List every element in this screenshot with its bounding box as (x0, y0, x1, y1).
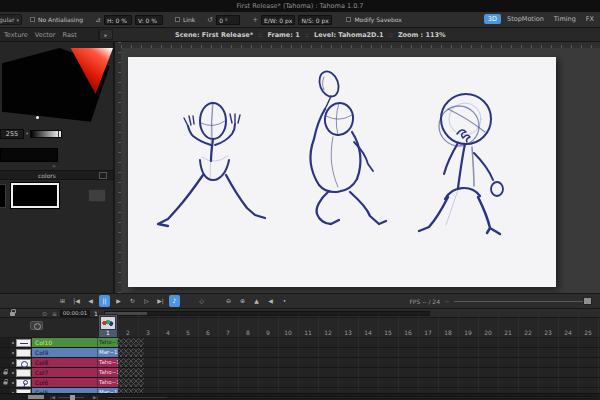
frame-number[interactable]: 17 (418, 328, 438, 338)
column-thumbnail[interactable] (16, 359, 31, 367)
flip-vertical-button[interactable]: ▲ (251, 295, 262, 307)
last-frame-button[interactable]: ▶| (155, 295, 166, 307)
horizontal-scrollbar[interactable] (106, 396, 596, 399)
timeline-row[interactable]: Col10 Taho~1 (0, 338, 600, 348)
column-thumbnail[interactable] (16, 349, 31, 357)
move-ew-field[interactable]: E/W: 0 px (261, 15, 295, 25)
frame-number[interactable]: 10 (278, 328, 298, 338)
frame-number[interactable]: 2 (118, 328, 138, 338)
frame-number[interactable]: 3 (138, 328, 158, 338)
frame-number[interactable]: 22 (518, 328, 538, 338)
camera-icon[interactable] (30, 321, 43, 330)
frame-number[interactable]: 9 (258, 328, 278, 338)
palette-swatch[interactable] (0, 184, 6, 208)
frame-number[interactable]: 8 (238, 328, 258, 338)
frame-number[interactable]: 7 (218, 328, 238, 338)
frame-number[interactable]: 4 (158, 328, 178, 338)
time-field[interactable]: 00:00:01 (60, 310, 90, 317)
value-slider-handle[interactable] (58, 131, 61, 137)
menu-icon[interactable]: ≡ (52, 309, 57, 318)
room-tab-timing[interactable]: Timing (550, 14, 580, 24)
zoom-out-icon[interactable]: |◀ (50, 394, 55, 400)
frame-cell[interactable]: Taho~1 (97, 378, 118, 387)
room-tab-stopmotion[interactable]: StopMotion (503, 14, 548, 24)
frame-number[interactable]: 19 (458, 328, 478, 338)
loop-button[interactable]: ↻ (127, 295, 138, 307)
current-style-swatch[interactable] (0, 148, 58, 162)
frame-number[interactable]: 18 (438, 328, 458, 338)
move-ns-field[interactable]: N/S: 0 px (298, 15, 332, 25)
frame-number[interactable]: 21 (498, 328, 518, 338)
play-button[interactable]: ▶ (113, 295, 124, 307)
zoom-out-button[interactable]: ⊖ (223, 295, 234, 307)
scale-v-field[interactable]: V: 0 % (135, 15, 163, 25)
column-name[interactable]: Col8 (32, 358, 97, 367)
palette-swatch-button[interactable] (88, 189, 106, 202)
timeline-zoom-slider[interactable] (58, 397, 84, 398)
horizontal-scrollbar-thumb[interactable] (107, 397, 167, 398)
frame-cell[interactable]: Mar~1 (97, 348, 118, 357)
compare-button[interactable]: ◇ (196, 295, 207, 307)
style-tabs-menu-button[interactable]: ▸ (99, 29, 113, 40)
first-frame-button[interactable]: |◀ (71, 295, 82, 307)
frame-number[interactable]: 11 (298, 328, 318, 338)
frame-cell[interactable]: Taho~1 (97, 338, 118, 347)
column-thumbnail[interactable] (16, 379, 31, 387)
value-slider[interactable] (30, 130, 62, 138)
link-checkbox[interactable] (175, 17, 180, 22)
timeline-row[interactable]: Col7 Taho~1 (0, 368, 600, 378)
lock-icon[interactable] (10, 312, 15, 316)
timeline-zoom-handle[interactable] (70, 395, 75, 400)
frame-number[interactable]: 5 (178, 328, 198, 338)
room-tab-3d[interactable]: 3D (484, 14, 501, 24)
style-page-tab[interactable]: Rast (63, 31, 77, 39)
frame-number[interactable]: 12 (318, 328, 338, 338)
palette-swatch-selected[interactable] (11, 183, 59, 208)
lock-icon[interactable] (3, 381, 7, 384)
previous-frame-button[interactable]: ◀ (85, 295, 96, 307)
timeline-row[interactable]: Col6 Taho~1 (0, 378, 600, 388)
frame-number[interactable]: 15 (378, 328, 398, 338)
onion-skin-icon[interactable]: ⊙ (42, 309, 47, 318)
frame-number[interactable]: 6 (198, 328, 218, 338)
frame-slider-handle[interactable] (583, 297, 592, 305)
play-range-button[interactable]: ▷ (141, 295, 152, 307)
frame-number[interactable]: 1 (98, 328, 118, 338)
frame-number[interactable]: 24 (558, 328, 578, 338)
column-thumbnail[interactable] (16, 339, 31, 347)
timeline-row[interactable]: Col9 Mar~1 (0, 348, 600, 358)
frame-number[interactable]: 20 (478, 328, 498, 338)
style-page-tab[interactable]: Vector (35, 31, 56, 39)
color-picker[interactable] (2, 48, 113, 124)
frame-slider[interactable] (454, 301, 592, 302)
rotation-field[interactable]: 0 ° (216, 15, 240, 25)
frame-number[interactable]: 25 (578, 328, 598, 338)
column-name[interactable]: Col9 (32, 348, 97, 357)
frame-number[interactable]: 16 (398, 328, 418, 338)
pause-button[interactable]: || (99, 295, 110, 307)
fps-slider-arrows[interactable]: ‹› (445, 298, 449, 304)
column-name[interactable]: Col7 (32, 368, 97, 377)
lock-icon[interactable] (3, 371, 7, 374)
column-name[interactable]: Col6 (32, 378, 97, 387)
style-page-tab[interactable]: Texture (4, 31, 28, 39)
expand-palette-icon[interactable]: » (52, 162, 56, 170)
frame-number[interactable]: 14 (358, 328, 378, 338)
zoom-in-icon[interactable]: ▶| (93, 394, 98, 400)
room-tab-fx[interactable]: FX (582, 14, 598, 24)
sound-button[interactable]: ♪ (169, 295, 180, 307)
zoom-widget[interactable] (28, 395, 44, 399)
frame-number[interactable]: 23 (538, 328, 558, 338)
value-field[interactable]: 255 (0, 129, 24, 139)
frame-number[interactable]: 13 (338, 328, 358, 338)
modify-savebox-checkbox[interactable] (346, 17, 351, 22)
color-picker-cursor[interactable] (36, 116, 39, 119)
spinner-icon[interactable]: ▾ (26, 131, 28, 136)
column-name[interactable]: Col10 (32, 338, 97, 347)
frame-cell[interactable]: Taho~1 (97, 358, 118, 367)
palette-options-icon[interactable] (99, 172, 107, 179)
type-dropdown[interactable]: gular ▾ (0, 14, 22, 25)
no-antialiasing-checkbox[interactable] (30, 17, 35, 22)
timeline-row[interactable]: Col8 Taho~1 (0, 358, 600, 368)
flip-horizontal-button[interactable]: ◀ (265, 295, 276, 307)
